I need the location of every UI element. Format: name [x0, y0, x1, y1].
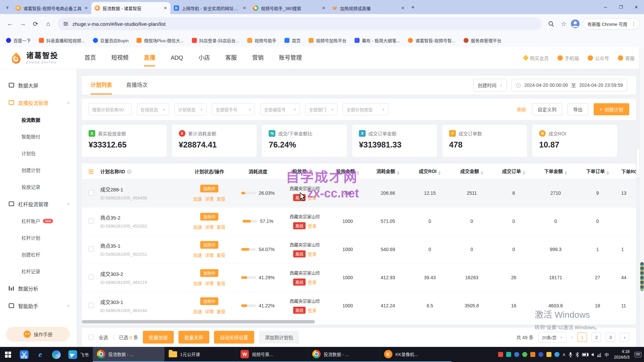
detail-link[interactable]: 详情 [205, 195, 214, 202]
login-link[interactable]: 登录 [308, 307, 317, 313]
repeat-link[interactable]: 复投 [217, 308, 225, 314]
mobile-link[interactable]: 手机端 [557, 55, 579, 61]
sidebar-item-ad-data[interactable]: 投流数据 [0, 111, 76, 128]
prev-page-icon[interactable]: ‹ [571, 334, 573, 340]
microphone-icon[interactable] [569, 352, 573, 357]
profile-avatar[interactable] [571, 19, 580, 28]
plan-type-select[interactable]: 全部计划类型∨ [343, 103, 388, 115]
bookmark-heating-platform[interactable]: 视频号加热平台 [309, 37, 346, 44]
row-checkbox[interactable] [89, 190, 94, 195]
sort-icon[interactable] [397, 171, 399, 175]
sidebar-item-plan-package[interactable]: 计划包 [0, 145, 76, 162]
action-center-icon[interactable] [635, 352, 641, 357]
sidebar-item-data-analysis[interactable]: 数据分析 [0, 280, 76, 297]
select-all-label[interactable]: 全选 [99, 334, 108, 341]
sidebar-item-leverage-account[interactable]: 杠杆账户new [0, 213, 76, 229]
nav-shop[interactable]: 小店 [199, 47, 210, 69]
site-logo[interactable]: 诸葛智投 ZHUGE ZHITOU [9, 51, 78, 65]
sort-icon[interactable] [523, 171, 525, 175]
time-dimension-select[interactable]: 创建时间∨ [473, 79, 507, 92]
sidebar-item-leverage-plan[interactable]: 杠杆计划 [0, 229, 76, 246]
create-plan-button[interactable]: +创建计划 [594, 103, 629, 115]
chrome-update-button[interactable]: 有新版 Chrome 可用 ⋮ [583, 18, 640, 29]
tray-app-icon[interactable] [498, 352, 503, 357]
support-link[interactable]: 客服 [618, 55, 635, 61]
horizontal-scrollbar[interactable] [82, 320, 315, 323]
tray-folder-icon[interactable] [546, 352, 551, 357]
row-checkbox[interactable] [89, 246, 94, 252]
add-to-package-button[interactable]: 添加到计划包 [259, 331, 299, 344]
taskbar-app-chrome-1[interactable]: 投流数据 - ... [93, 347, 164, 362]
manual-button[interactable]: 操作手册 [6, 327, 70, 342]
detail-link[interactable]: 详情 [205, 224, 214, 230]
buy-membership-link[interactable]: 购买会员 [524, 55, 549, 61]
nav-live[interactable]: 直播 [144, 47, 155, 69]
browser-menu-icon[interactable]: ⋮ [630, 21, 638, 27]
tray-expand-chevron-icon[interactable]: ∧ [562, 352, 566, 357]
bookmark-baidu[interactable]: 百度一下 [6, 37, 31, 44]
sort-icon[interactable] [357, 171, 359, 175]
target-account-select[interactable]: 全部被投号∨ [260, 103, 300, 115]
tab-close-icon[interactable]: ✕ [164, 6, 167, 10]
operator-account-select[interactable]: 全部投手号∨ [212, 103, 255, 115]
search-icon[interactable] [545, 18, 557, 30]
taskbar-app-wps[interactable]: 视频号第... [236, 347, 308, 362]
window-close-button[interactable]: ✕ [629, 0, 644, 14]
accelerate-link[interactable]: 加速 [193, 280, 202, 286]
auto-stop-settings-button[interactable]: 自动关停设置 [214, 331, 254, 344]
bookmark-buyin[interactable]: 巨量百应Buyin [93, 37, 129, 44]
department-select[interactable]: 全部部门∨ [305, 103, 337, 115]
scrollbar-thumb[interactable] [640, 262, 644, 291]
tab-plan-list[interactable]: 计划列表 [91, 76, 112, 95]
wechat-tray-icon[interactable] [522, 352, 527, 357]
login-link[interactable]: 登录 [308, 279, 317, 285]
sort-icon[interactable] [315, 171, 317, 175]
vertical-scrollbar[interactable] [639, 47, 644, 347]
bookmark-homepage[interactable]: 首页 [284, 37, 301, 44]
bookmark-channels-assistant[interactable]: 视频号助手 [247, 37, 276, 44]
repeat-link[interactable]: 复投 [217, 280, 225, 286]
row-checkbox[interactable] [89, 303, 94, 308]
tab-close-icon[interactable]: ✕ [243, 6, 246, 10]
taskbar-app-folder[interactable]: 1元公开课 [164, 347, 236, 362]
accelerate-link[interactable]: 加速 [193, 224, 202, 230]
wechat-official-link[interactable]: 公众号 [588, 55, 609, 61]
tab-close-icon[interactable]: ✕ [85, 6, 88, 10]
nav-short-video[interactable]: 短视频 [111, 47, 128, 69]
sidebar-section-smart-assistant[interactable]: 智能助手∧ [0, 297, 76, 314]
help-icon[interactable]: ? [308, 169, 313, 174]
help-icon[interactable]: ? [127, 169, 131, 174]
start-button[interactable] [0, 347, 16, 362]
bookmark-service-platform[interactable]: 服务商管理平台 [464, 37, 501, 44]
login-link[interactable]: 登录 [308, 223, 317, 229]
input-method-indicator[interactable]: 中 [604, 351, 609, 358]
bookmark-douyin-live[interactable]: 抖音直播和短视频... [39, 37, 85, 44]
tray-app-icon[interactable] [538, 352, 543, 357]
tray-app-icon[interactable] [506, 352, 511, 357]
shield-tray-icon[interactable] [554, 352, 559, 357]
batch-accelerate-button[interactable]: 批量加速 [143, 331, 174, 344]
batch-stop-button[interactable]: 批量关停 [178, 331, 209, 344]
accelerate-link[interactable]: 加速 [193, 195, 202, 202]
date-range-picker[interactable]: 2024-04-20 00:00:00 至 2024-04-20 23:59:5… [512, 79, 627, 92]
tab-search-chevron-icon[interactable]: ∨ [3, 1, 12, 13]
clock[interactable]: 4:18 2024/5/3 [612, 349, 632, 360]
sidebar-section-live-ad[interactable]: 直播投流管理∧ [0, 94, 76, 111]
nav-service[interactable]: 客服 [225, 47, 237, 69]
bookmark-star-icon[interactable]: ☆ [558, 18, 570, 30]
sort-icon[interactable] [481, 171, 483, 175]
bookmark-mubu[interactable]: 幕布 - 极简大纲笔... [355, 37, 400, 44]
tray-app-icon[interactable] [530, 352, 535, 357]
reload-icon[interactable]: ⟳ [30, 18, 42, 30]
sidebar-item-create-plan[interactable]: 创建计划 [0, 162, 76, 178]
sort-icon[interactable] [438, 171, 441, 175]
page-2-button[interactable]: 2 [592, 333, 601, 342]
online-status-select[interactable]: 在线状态∨ [137, 103, 169, 115]
window-minimize-button[interactable]: ─ [598, 0, 613, 14]
accelerate-link[interactable]: 加速 [193, 252, 202, 258]
network-icon[interactable] [597, 352, 601, 357]
volume-icon[interactable] [591, 353, 594, 356]
repeat-link[interactable]: 复投 [217, 224, 225, 230]
sidebar-item-data-screen[interactable]: 数据大屏 [0, 76, 76, 94]
bookmark-doudian[interactable]: 抖店登录-抖店后台... [192, 37, 239, 44]
